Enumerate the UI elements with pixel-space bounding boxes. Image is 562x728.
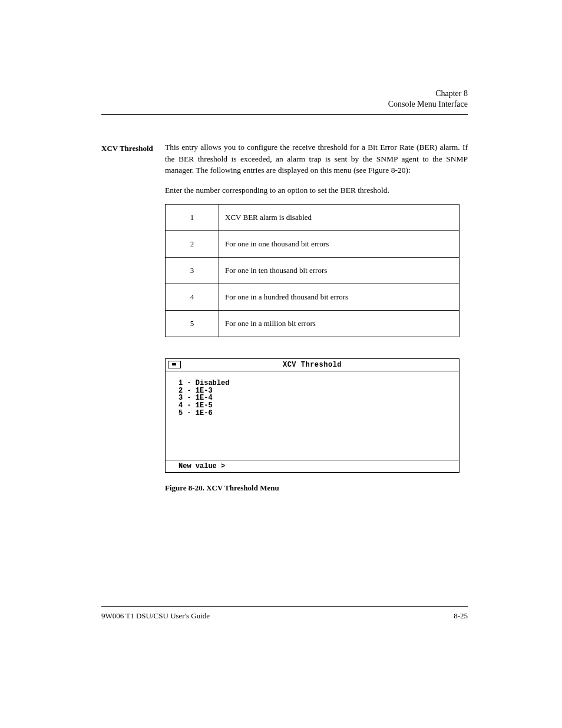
- terminal-window: XCV Threshold 1 - Disabled 2 - 1E-3 3 - …: [165, 358, 459, 473]
- option-number-3: 3: [166, 258, 219, 284]
- footer-left: 9W006 T1 DSU/CSU User's Guide: [101, 611, 210, 621]
- table-row: 4 For one in a hundred thousand bit erro…: [166, 284, 459, 311]
- option-desc-5: For one in a million bit errors: [219, 311, 459, 337]
- option-number-1: 1: [166, 205, 219, 231]
- body-paragraph-1: This entry allows you to configure the r…: [165, 141, 468, 176]
- terminal-title: XCV Threshold: [166, 361, 459, 369]
- option-number-4: 4: [166, 284, 219, 311]
- option-desc-3: For one in ten thousand bit errors: [219, 258, 459, 284]
- table-row: 5 For one in a million bit errors: [166, 311, 459, 337]
- terminal-prompt: New value >: [166, 460, 459, 472]
- option-number-5: 5: [166, 311, 219, 337]
- section-heading: XCV Threshold: [101, 144, 153, 153]
- terminal-titlebar: XCV Threshold: [166, 359, 459, 371]
- option-desc-4: For one in a hundred thousand bit errors: [219, 284, 459, 311]
- header-title: Console Menu Interface: [101, 99, 468, 110]
- header-chapter: Chapter 8: [101, 88, 468, 99]
- header-divider: [101, 114, 468, 115]
- system-menu-icon: [168, 361, 181, 368]
- option-desc-1: XCV BER alarm is disabled: [219, 205, 459, 231]
- options-table: 1 XCV BER alarm is disabled 2 For one in…: [165, 204, 459, 337]
- footer-divider: [101, 606, 468, 607]
- footer-right: 8-25: [454, 611, 468, 621]
- body-paragraph-2: Enter the number corresponding to an opt…: [165, 185, 468, 196]
- figure-caption: Figure 8-20. XCV Threshold Menu: [165, 483, 468, 493]
- table-row: 1 XCV BER alarm is disabled: [166, 205, 459, 231]
- option-desc-2: For one in one thousand bit errors: [219, 231, 459, 258]
- table-row: 3 For one in ten thousand bit errors: [166, 258, 459, 284]
- option-number-2: 2: [166, 231, 219, 258]
- table-row: 2 For one in one thousand bit errors: [166, 231, 459, 258]
- terminal-body: 1 - Disabled 2 - 1E-3 3 - 1E-4 4 - 1E-5 …: [166, 371, 459, 460]
